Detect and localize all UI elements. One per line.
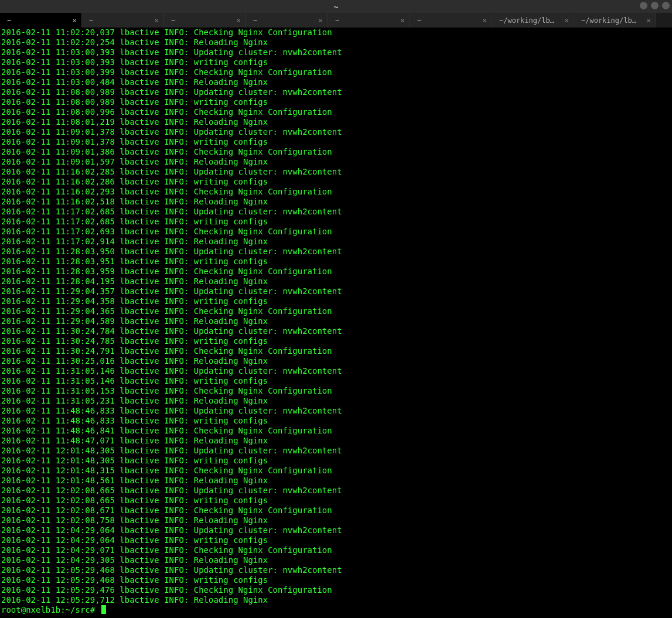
prompt-user-host: root@nxelb1b: [1, 605, 60, 614]
log-line: 2016-02-11 11:28:03,950 lbactive INFO: U…: [1, 247, 671, 257]
tab-label: ~: [253, 16, 315, 25]
tab-3[interactable]: ~×: [246, 13, 328, 28]
tab-label: ~/working/lb…: [581, 16, 643, 25]
log-line: 2016-02-11 12:05:29,712 lbactive INFO: R…: [1, 595, 671, 605]
log-line: 2016-02-11 11:17:02,693 lbactive INFO: C…: [1, 227, 671, 237]
window-controls: [640, 2, 670, 9]
log-line: 2016-02-11 11:02:20,254 lbactive INFO: R…: [1, 37, 671, 47]
tabbar: ~×~×~×~×~×~×~/working/lb…×~/working/lb…×: [0, 13, 672, 28]
log-line: 2016-02-11 12:05:29,476 lbactive INFO: C…: [1, 585, 671, 595]
close-button[interactable]: [662, 2, 670, 9]
log-line: 2016-02-11 11:17:02,685 lbactive INFO: w…: [1, 217, 671, 227]
log-line: 2016-02-11 12:02:08,665 lbactive INFO: U…: [1, 486, 671, 496]
log-line: 2016-02-11 12:05:29,468 lbactive INFO: w…: [1, 575, 671, 585]
prompt-path: ~/src: [66, 605, 90, 614]
log-line: 2016-02-11 11:31:05,146 lbactive INFO: w…: [1, 376, 671, 386]
log-line: 2016-02-11 11:09:01,386 lbactive INFO: C…: [1, 147, 671, 157]
log-line: 2016-02-11 11:09:01,378 lbactive INFO: w…: [1, 137, 671, 147]
tab-4[interactable]: ~×: [328, 13, 410, 28]
prompt-colon: :: [60, 605, 65, 614]
log-line: 2016-02-11 11:31:05,146 lbactive INFO: U…: [1, 366, 671, 376]
log-line: 2016-02-11 11:08:00,989 lbactive INFO: w…: [1, 97, 671, 107]
log-line: 2016-02-11 12:04:29,064 lbactive INFO: w…: [1, 535, 671, 545]
log-line: 2016-02-11 11:30:25,016 lbactive INFO: R…: [1, 356, 671, 366]
tab-0[interactable]: ~×: [0, 13, 82, 28]
tabbar-filler: [656, 13, 672, 28]
log-line: 2016-02-11 11:03:00,393 lbactive INFO: U…: [1, 47, 671, 57]
log-line: 2016-02-11 11:28:04,195 lbactive INFO: R…: [1, 276, 671, 286]
minimize-button[interactable]: [640, 2, 647, 9]
close-icon[interactable]: ×: [482, 16, 487, 24]
log-line: 2016-02-11 11:16:02,293 lbactive INFO: C…: [1, 187, 671, 197]
tab-label: ~: [417, 16, 479, 25]
log-line: 2016-02-11 11:09:01,378 lbactive INFO: U…: [1, 127, 671, 137]
log-line: 2016-02-11 11:30:24,791 lbactive INFO: C…: [1, 346, 671, 356]
log-line: 2016-02-11 11:08:01,219 lbactive INFO: R…: [1, 117, 671, 127]
log-line: 2016-02-11 11:16:02,286 lbactive INFO: w…: [1, 177, 671, 187]
log-line: 2016-02-11 12:01:48,305 lbactive INFO: U…: [1, 446, 671, 456]
log-line: 2016-02-11 11:16:02,285 lbactive INFO: U…: [1, 167, 671, 177]
log-line: 2016-02-11 11:29:04,589 lbactive INFO: R…: [1, 316, 671, 326]
log-line: 2016-02-11 11:48:46,833 lbactive INFO: U…: [1, 406, 671, 416]
log-line: 2016-02-11 11:48:46,833 lbactive INFO: w…: [1, 416, 671, 426]
close-icon[interactable]: ×: [236, 16, 241, 24]
log-line: 2016-02-11 11:28:03,951 lbactive INFO: w…: [1, 257, 671, 267]
tab-1[interactable]: ~×: [82, 13, 164, 28]
window-title: ~: [334, 2, 339, 11]
log-line: 2016-02-11 11:08:00,989 lbactive INFO: U…: [1, 87, 671, 97]
log-line: 2016-02-11 11:16:02,518 lbactive INFO: R…: [1, 197, 671, 207]
tab-label: ~: [335, 16, 397, 25]
tab-7[interactable]: ~/working/lb…×: [574, 13, 656, 28]
close-icon[interactable]: ×: [318, 16, 323, 24]
log-line: 2016-02-11 11:03:00,399 lbactive INFO: C…: [1, 67, 671, 77]
log-line: 2016-02-11 12:01:48,315 lbactive INFO: C…: [1, 466, 671, 476]
tab-6[interactable]: ~/working/lb…×: [492, 13, 574, 28]
tab-label: ~/working/lb…: [499, 16, 561, 25]
tab-2[interactable]: ~×: [164, 13, 246, 28]
prompt-line[interactable]: root@nxelb1b:~/src#: [1, 605, 671, 615]
log-line: 2016-02-11 12:04:29,064 lbactive INFO: U…: [1, 525, 671, 535]
log-line: 2016-02-11 11:30:24,784 lbactive INFO: U…: [1, 326, 671, 336]
log-line: 2016-02-11 12:04:29,071 lbactive INFO: C…: [1, 545, 671, 555]
tab-label: ~: [171, 16, 233, 25]
log-line: 2016-02-11 11:02:20,037 lbactive INFO: C…: [1, 28, 671, 37]
log-line: 2016-02-11 11:09:01,597 lbactive INFO: R…: [1, 157, 671, 167]
close-icon[interactable]: ×: [400, 16, 405, 24]
log-line: 2016-02-11 11:28:03,959 lbactive INFO: C…: [1, 267, 671, 276]
tab-5[interactable]: ~×: [410, 13, 492, 28]
log-line: 2016-02-11 11:31:05,153 lbactive INFO: C…: [1, 386, 671, 396]
close-icon[interactable]: ×: [72, 16, 77, 24]
log-line: 2016-02-11 11:48:47,071 lbactive INFO: R…: [1, 436, 671, 446]
log-line: 2016-02-11 12:02:08,758 lbactive INFO: R…: [1, 515, 671, 525]
log-line: 2016-02-11 11:08:00,996 lbactive INFO: C…: [1, 107, 671, 117]
log-line: 2016-02-11 11:29:04,358 lbactive INFO: w…: [1, 296, 671, 306]
log-line: 2016-02-11 11:17:02,914 lbactive INFO: R…: [1, 237, 671, 247]
log-line: 2016-02-11 12:01:48,561 lbactive INFO: R…: [1, 476, 671, 486]
terminal-output[interactable]: 2016-02-11 11:02:20,037 lbactive INFO: C…: [0, 28, 672, 618]
log-line: 2016-02-11 12:04:29,305 lbactive INFO: R…: [1, 555, 671, 565]
log-line: 2016-02-11 11:30:24,785 lbactive INFO: w…: [1, 336, 671, 346]
log-line: 2016-02-11 11:29:04,365 lbactive INFO: C…: [1, 306, 671, 316]
log-line: 2016-02-11 12:01:48,305 lbactive INFO: w…: [1, 456, 671, 466]
maximize-button[interactable]: [651, 2, 659, 9]
close-icon[interactable]: ×: [564, 16, 569, 24]
close-icon[interactable]: ×: [154, 16, 159, 24]
log-line: 2016-02-11 12:02:08,665 lbactive INFO: w…: [1, 496, 671, 506]
tab-label: ~: [89, 16, 151, 25]
log-line: 2016-02-11 12:05:29,468 lbactive INFO: U…: [1, 565, 671, 575]
log-line: 2016-02-11 11:17:02,685 lbactive INFO: U…: [1, 207, 671, 217]
log-line: 2016-02-11 11:03:00,393 lbactive INFO: w…: [1, 57, 671, 67]
log-line: 2016-02-11 11:29:04,357 lbactive INFO: U…: [1, 286, 671, 296]
cursor-icon: [101, 605, 106, 614]
log-line: 2016-02-11 11:31:05,231 lbactive INFO: R…: [1, 396, 671, 406]
log-line: 2016-02-11 12:02:08,671 lbactive INFO: C…: [1, 506, 671, 515]
tab-label: ~: [7, 16, 69, 25]
prompt-symbol: #: [90, 605, 100, 614]
close-icon[interactable]: ×: [646, 16, 651, 24]
titlebar: ~: [0, 0, 672, 13]
log-line: 2016-02-11 11:03:00,484 lbactive INFO: R…: [1, 77, 671, 87]
log-line: 2016-02-11 11:48:46,841 lbactive INFO: C…: [1, 426, 671, 436]
